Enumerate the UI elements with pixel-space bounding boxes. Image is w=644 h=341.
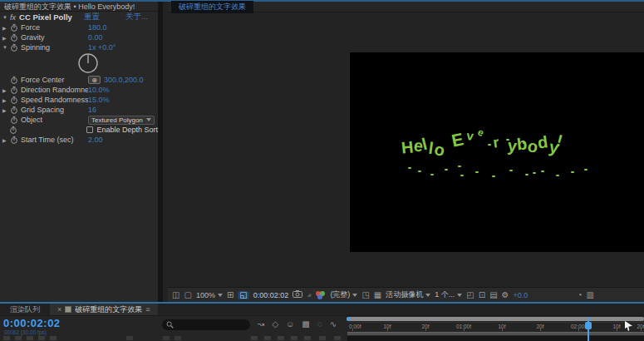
- stopwatch-icon[interactable]: [10, 86, 21, 95]
- draft-3d-icon[interactable]: ◇: [272, 319, 278, 329]
- time-ruler-area[interactable]: 0:00f10f20f01:00f10f20f02:00f10f20f: [347, 316, 644, 341]
- stopwatch-icon[interactable]: [10, 116, 21, 125]
- ruler-tick: [387, 329, 388, 331]
- effect-param-row: ▶Gravity0.00: [0, 32, 158, 42]
- param-label: Force Center: [21, 76, 88, 84]
- stopwatch-icon[interactable]: [10, 33, 21, 42]
- effect-name[interactable]: CC Pixel Polly: [19, 12, 72, 22]
- grid-guides-icon[interactable]: ⊞: [227, 291, 234, 299]
- composition-icon: [65, 306, 71, 313]
- about-button[interactable]: 关于...: [125, 12, 148, 22]
- search-icon: [166, 321, 174, 329]
- stopwatch-icon: [10, 116, 18, 125]
- stopwatch-icon: [9, 126, 17, 135]
- screen-icon[interactable]: ▢: [184, 291, 191, 299]
- exposure-value[interactable]: +0.0: [514, 291, 528, 299]
- stopwatch-icon[interactable]: [10, 23, 21, 32]
- expander-collapsed-icon[interactable]: ▶: [2, 25, 10, 31]
- expander-collapsed-icon[interactable]: ▶: [2, 35, 10, 41]
- view-layout-dropdown[interactable]: 1 个...: [435, 289, 462, 300]
- expander-collapsed-icon[interactable]: ▶: [2, 87, 10, 93]
- viewer-current-time[interactable]: 0:00:02:02: [253, 291, 289, 299]
- shy-layers-icon[interactable]: ☺: [286, 319, 294, 329]
- close-icon[interactable]: ×: [57, 305, 61, 314]
- expander-collapsed-icon[interactable]: ▶: [2, 107, 10, 113]
- reset-button[interactable]: 重置: [84, 12, 100, 22]
- fast-previews-icon[interactable]: ⊡: [479, 291, 485, 299]
- frame-blending-icon[interactable]: ▩: [302, 319, 309, 329]
- stopwatch-icon: [10, 96, 18, 105]
- param-checkbox[interactable]: [86, 126, 93, 133]
- snapshot-camera-icon[interactable]: [293, 290, 302, 299]
- region-of-interest-icon[interactable]: ◳: [361, 291, 369, 299]
- expander-expanded-icon[interactable]: ▼: [2, 15, 10, 20]
- stopwatch-icon: [10, 23, 18, 32]
- renderer-icon[interactable]: ▥: [587, 291, 594, 299]
- chevron-down-icon: [146, 118, 151, 121]
- after-effects-window: 破碎重组的文字效果 • Hello Everybody! ▼ fx CC Pix…: [0, 0, 644, 341]
- stopwatch-icon[interactable]: [9, 126, 19, 135]
- pixel-aspect-icon[interactable]: ◰: [466, 291, 474, 299]
- render-queue-tab[interactable]: 渲染队列: [0, 304, 50, 315]
- fx-badge-icon[interactable]: fx: [10, 13, 16, 22]
- work-area-bar[interactable]: [347, 332, 644, 335]
- composition-viewer-panel: 破碎重组的文字效果 Hello Everybody! ◫ ▢ 100% ⊞ ◱ …: [168, 2, 644, 302]
- param-value[interactable]: 16: [88, 106, 96, 114]
- transparency-grid-icon[interactable]: ▦: [374, 291, 381, 299]
- param-value[interactable]: 0.00: [88, 33, 103, 42]
- resolution-dropdown[interactable]: (完整): [330, 289, 357, 300]
- show-channels-icon[interactable]: [316, 291, 326, 299]
- motion-blur-icon[interactable]: ◌: [317, 319, 322, 329]
- spinning-dial[interactable]: [0, 52, 158, 75]
- timeline-bottom-toolbar[interactable]: [3, 336, 10, 340]
- stopwatch-icon: [10, 33, 18, 42]
- magnification-dropdown[interactable]: 100%: [196, 291, 223, 299]
- param-value[interactable]: 300.0,200.0: [104, 76, 144, 84]
- stopwatch-icon[interactable]: [10, 96, 21, 105]
- panel-layout-icon[interactable]: ▤: [489, 291, 497, 299]
- stopwatch-icon[interactable]: [10, 106, 21, 115]
- stopwatch-icon[interactable]: [10, 43, 21, 52]
- composition-canvas[interactable]: Hello Everybody!: [350, 52, 644, 252]
- param-value[interactable]: 2.00: [88, 136, 103, 144]
- crosshair-button[interactable]: ⊕: [88, 76, 101, 84]
- mini-flowchart-icon[interactable]: ↝: [258, 319, 264, 329]
- playhead-handle[interactable]: [585, 322, 592, 329]
- time-navigator-bar[interactable]: [347, 317, 644, 321]
- effect-param-row: ▶Force180.0: [0, 22, 158, 32]
- panel-menu-icon[interactable]: ≡: [145, 305, 150, 314]
- effect-param-row: Enable Depth Sort: [0, 125, 158, 135]
- time-ruler[interactable]: 0:00f10f20f01:00f10f20f02:00f10f20f: [347, 322, 644, 331]
- preview-quality-icon[interactable]: ◔: [578, 291, 583, 299]
- shattered-letter: r: [492, 134, 500, 151]
- expander-expanded-icon[interactable]: ▼: [2, 45, 10, 50]
- param-dropdown[interactable]: Textured Polygon: [88, 116, 155, 125]
- graph-editor-icon[interactable]: ∿: [330, 319, 337, 329]
- effect-parameter-list: ▶Force180.0▶Gravity0.00▼Spinning1x +0.0°…: [0, 22, 158, 145]
- stopwatch-icon[interactable]: [10, 76, 21, 85]
- param-value[interactable]: 180.0: [88, 23, 107, 32]
- composition-viewer-tab[interactable]: 破碎重组的文字效果: [171, 1, 253, 13]
- timeline-track-area[interactable]: [347, 336, 644, 341]
- viewer-tab-bar: 破碎重组的文字效果: [168, 2, 644, 12]
- always-preview-icon[interactable]: ◫: [172, 291, 179, 299]
- expander-collapsed-icon[interactable]: ▶: [2, 97, 10, 103]
- timeline-search-input[interactable]: [162, 319, 250, 330]
- camera-view-dropdown[interactable]: 活动摄像机: [386, 289, 430, 300]
- ruler-tick: [464, 329, 465, 331]
- mask-visibility-icon[interactable]: ◱: [238, 291, 248, 299]
- stopwatch-icon[interactable]: [10, 136, 21, 145]
- param-value[interactable]: 15.0%: [88, 96, 110, 104]
- param-value[interactable]: 10.0%: [88, 86, 110, 94]
- current-time-display[interactable]: 0:00:02:02: [3, 317, 61, 329]
- ruler-tick: [540, 329, 541, 331]
- effect-controls-panel: 破碎重组的文字效果 • Hello Everybody! ▼ fx CC Pix…: [0, 2, 163, 302]
- exposure-gear-icon[interactable]: ⚙: [502, 291, 509, 299]
- composition-timeline-tab[interactable]: × 破碎重组的文字效果 ≡: [50, 304, 158, 315]
- param-value[interactable]: 1x +0.0°: [88, 43, 116, 52]
- show-snapshot-icon[interactable]: ◕: [307, 291, 312, 299]
- navigator-start-handle[interactable]: [347, 317, 350, 321]
- effect-controls-tab[interactable]: 破碎重组的文字效果 • Hello Everybody!: [0, 2, 158, 12]
- chevron-down-icon: [352, 294, 357, 297]
- expander-collapsed-icon[interactable]: ▶: [2, 137, 10, 143]
